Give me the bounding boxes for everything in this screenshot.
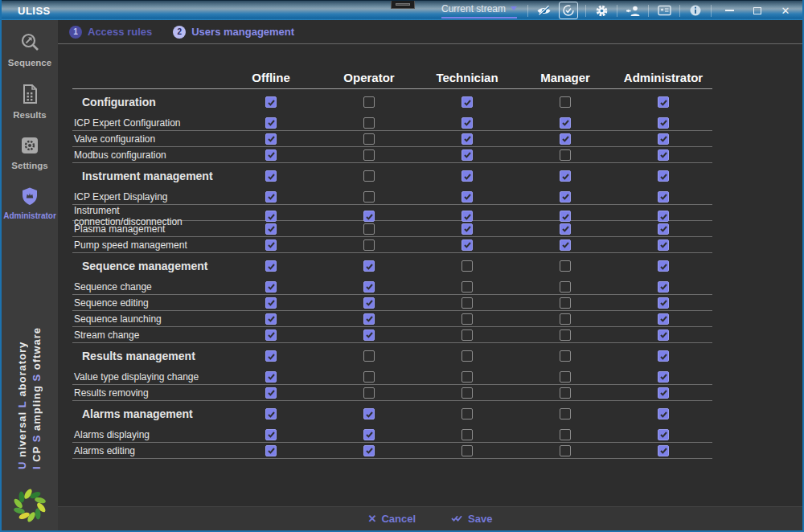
permission-checkbox[interactable] xyxy=(265,170,277,182)
visibility-off-icon[interactable] xyxy=(535,2,552,18)
permission-checkbox[interactable] xyxy=(658,260,669,272)
permission-checkbox[interactable] xyxy=(560,350,571,362)
breadcrumb-step-users-management[interactable]: 2 Users mangagement xyxy=(173,26,294,39)
stream-selector[interactable]: Current stream xyxy=(441,3,517,18)
permission-checkbox[interactable] xyxy=(658,211,669,222)
permission-checkbox[interactable] xyxy=(658,313,669,325)
permission-checkbox[interactable] xyxy=(265,297,277,309)
permission-checkbox[interactable] xyxy=(363,329,375,341)
permission-checkbox[interactable] xyxy=(461,429,473,440)
sidebar-item-results[interactable]: Results xyxy=(2,84,58,120)
permission-checkbox[interactable] xyxy=(265,149,277,161)
permission-checkbox[interactable] xyxy=(461,387,473,399)
permission-checkbox[interactable] xyxy=(658,223,669,235)
permission-checkbox[interactable] xyxy=(658,239,669,251)
permission-checkbox[interactable] xyxy=(363,408,375,419)
permission-checkbox[interactable] xyxy=(560,239,571,251)
permission-checkbox[interactable] xyxy=(363,371,375,383)
permission-checkbox[interactable] xyxy=(658,329,669,341)
permission-checkbox[interactable] xyxy=(461,223,473,235)
permission-checkbox[interactable] xyxy=(461,133,473,145)
permission-checkbox[interactable] xyxy=(265,429,277,440)
permission-checkbox[interactable] xyxy=(265,387,277,399)
permission-checkbox[interactable] xyxy=(658,117,669,129)
permission-checkbox[interactable] xyxy=(363,170,375,182)
permission-checkbox[interactable] xyxy=(658,445,669,456)
permission-checkbox[interactable] xyxy=(265,96,277,108)
permission-checkbox[interactable] xyxy=(461,149,473,161)
save-button[interactable]: Save xyxy=(451,513,492,525)
permission-checkbox[interactable] xyxy=(265,445,277,456)
info-icon[interactable] xyxy=(687,2,704,18)
permission-checkbox[interactable] xyxy=(560,387,571,399)
permission-checkbox[interactable] xyxy=(560,96,571,108)
sidebar-item-administrator[interactable]: Administrator xyxy=(2,186,58,220)
permission-checkbox[interactable] xyxy=(461,191,473,203)
permission-checkbox[interactable] xyxy=(363,281,375,293)
permission-checkbox[interactable] xyxy=(461,211,473,222)
permission-checkbox[interactable] xyxy=(560,281,571,293)
maximize-button[interactable] xyxy=(747,2,768,18)
permission-checkbox[interactable] xyxy=(560,408,571,419)
permission-checkbox[interactable] xyxy=(265,350,277,362)
permission-checkbox[interactable] xyxy=(461,239,473,251)
permission-checkbox[interactable] xyxy=(658,371,669,383)
permission-checkbox[interactable] xyxy=(560,211,571,222)
permission-checkbox[interactable] xyxy=(461,260,473,272)
permission-checkbox[interactable] xyxy=(560,191,571,203)
permission-checkbox[interactable] xyxy=(265,239,277,251)
permission-checkbox[interactable] xyxy=(560,329,571,341)
permission-checkbox[interactable] xyxy=(658,350,669,362)
permission-checkbox[interactable] xyxy=(560,429,571,440)
permission-checkbox[interactable] xyxy=(461,371,473,383)
permission-checkbox[interactable] xyxy=(265,329,277,341)
permission-checkbox[interactable] xyxy=(461,445,473,456)
permission-checkbox[interactable] xyxy=(560,149,571,161)
permission-checkbox[interactable] xyxy=(363,313,375,325)
permission-checkbox[interactable] xyxy=(560,313,571,325)
permission-checkbox[interactable] xyxy=(560,133,571,145)
permission-checkbox[interactable] xyxy=(461,313,473,325)
permission-checkbox[interactable] xyxy=(560,371,571,383)
permission-checkbox[interactable] xyxy=(461,329,473,341)
permission-checkbox[interactable] xyxy=(461,350,473,362)
permission-checkbox[interactable] xyxy=(363,350,375,362)
permission-checkbox[interactable] xyxy=(658,408,669,419)
permission-checkbox[interactable] xyxy=(265,211,277,222)
permission-checkbox[interactable] xyxy=(658,297,669,309)
permission-checkbox[interactable] xyxy=(560,117,571,129)
permission-checkbox[interactable] xyxy=(461,297,473,309)
permission-checkbox[interactable] xyxy=(363,211,375,222)
permission-checkbox[interactable] xyxy=(658,133,669,145)
permission-checkbox[interactable] xyxy=(363,429,375,440)
permission-checkbox[interactable] xyxy=(363,149,375,161)
permission-checkbox[interactable] xyxy=(363,133,375,145)
permission-checkbox[interactable] xyxy=(658,281,669,293)
settings-gear-icon[interactable] xyxy=(593,2,609,18)
permission-checkbox[interactable] xyxy=(560,297,571,309)
permission-checkbox[interactable] xyxy=(265,260,277,272)
permission-checkbox[interactable] xyxy=(363,239,375,251)
permission-checkbox[interactable] xyxy=(363,96,375,108)
permission-checkbox[interactable] xyxy=(363,260,375,272)
permission-checkbox[interactable] xyxy=(265,223,277,235)
permission-checkbox[interactable] xyxy=(461,281,473,293)
sidebar-item-settings[interactable]: Settings xyxy=(2,136,58,170)
permission-checkbox[interactable] xyxy=(363,223,375,235)
breadcrumb-step-access-rules[interactable]: 1 Access rules xyxy=(69,26,152,39)
close-button[interactable]: ✕ xyxy=(775,2,796,18)
minimize-button[interactable] xyxy=(719,2,740,18)
permission-checkbox[interactable] xyxy=(658,191,669,203)
permission-checkbox[interactable] xyxy=(658,387,669,399)
permission-checkbox[interactable] xyxy=(265,313,277,325)
permission-checkbox[interactable] xyxy=(265,408,277,419)
permission-checkbox[interactable] xyxy=(265,191,277,203)
permission-checkbox[interactable] xyxy=(265,281,277,293)
permission-checkbox[interactable] xyxy=(461,117,473,129)
permission-checkbox[interactable] xyxy=(658,96,669,108)
permission-checkbox[interactable] xyxy=(461,96,473,108)
permission-checkbox[interactable] xyxy=(560,223,571,235)
permission-checkbox[interactable] xyxy=(265,133,277,145)
permission-checkbox[interactable] xyxy=(560,260,571,272)
permission-checkbox[interactable] xyxy=(363,387,375,399)
